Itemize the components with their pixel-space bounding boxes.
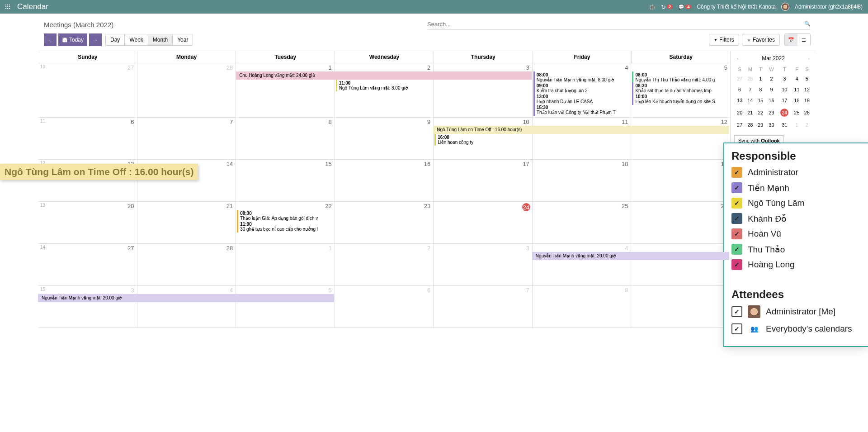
user-avatar[interactable]: [781, 3, 789, 11]
messages-icon[interactable]: 4: [678, 4, 691, 10]
debug-icon[interactable]: [649, 4, 656, 10]
activity-icon[interactable]: 2: [661, 4, 673, 10]
company-name[interactable]: Công ty Thiết kế Nội thất Kanota: [697, 4, 776, 10]
app-title: Calendar: [17, 2, 48, 11]
user-label[interactable]: Administrator (gh2x1a8fj4l8): [795, 4, 863, 10]
apps-menu-icon[interactable]: [5, 5, 10, 9]
